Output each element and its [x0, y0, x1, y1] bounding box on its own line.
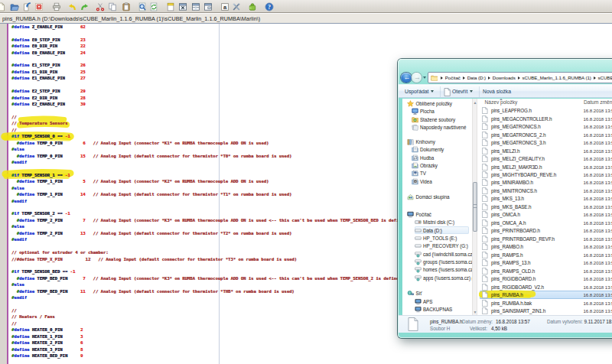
- file-icon: [482, 148, 488, 154]
- breadcrumb-item[interactable]: Počítač: [444, 75, 461, 80]
- file-tab[interactable]: pins_RUMBA.h (D:\Downloads\sCUBE_Marlin_…: [2, 15, 260, 22]
- sidebar-scrollbar[interactable]: ▲ ▼: [472, 99, 478, 316]
- sidebar-item[interactable]: Data (D:): [415, 226, 469, 234]
- sidebar-item[interactable]: Počítač: [407, 210, 431, 218]
- file-row[interactable]: pins_LEAPFROG.h16.8.2018 13:57: [480, 107, 612, 115]
- sidebar-item-label: BACKUPNAS: [423, 307, 452, 312]
- column-header-name[interactable]: Název položky: [485, 99, 518, 105]
- redo-icon[interactable]: [80, 2, 90, 11]
- file-row[interactable]: pins_MEGATRONICS_3.h16.8.2018 13:57: [480, 138, 612, 146]
- scroll-up-icon[interactable]: ▲: [473, 99, 477, 106]
- breadcrumb-item[interactable]: sCUBE_Marlin_1.1.6_RUMBA: [597, 75, 612, 80]
- file-row[interactable]: pins_PRINTRBOARD.h16.8.2018 13:57: [480, 227, 612, 235]
- open-folder-icon[interactable]: [10, 2, 19, 11]
- new-window-icon[interactable]: [203, 2, 213, 11]
- organize-button[interactable]: Uspořádat: [405, 89, 434, 94]
- breadcrumb-item[interactable]: Downloads: [492, 75, 516, 80]
- file-row[interactable]: pins_RAMPS_13.h16.8.2018 13:57: [480, 259, 612, 267]
- file-row[interactable]: pins_MIGHTYBOARD_REVE.h16.8.2018 13:57: [480, 171, 612, 178]
- paste-icon[interactable]: [122, 2, 131, 11]
- file-icon: [482, 164, 488, 171]
- plugin-icon[interactable]: [248, 2, 257, 11]
- sidebar-item[interactable]: Domácí skupina: [407, 193, 450, 200]
- sidebar-item[interactable]: cad (\\windchill.soma.cz): [415, 250, 472, 258]
- sidebar-item[interactable]: BACKUPNAS: [415, 305, 453, 313]
- editor-toolbar: a?: [0, 0, 612, 13]
- file-row[interactable]: pins_RAMBO.h16.8.2018 13:57: [480, 243, 612, 251]
- file-row[interactable]: pins_MEGACONTROLLER.h16.8.2018 13:57: [480, 115, 612, 122]
- new-note-icon[interactable]: [166, 2, 175, 11]
- help-icon[interactable]: ?: [265, 2, 274, 11]
- close-file-icon[interactable]: [34, 2, 44, 11]
- file-row[interactable]: pins_MEGATRONICS_2.h16.8.2018 13:57: [480, 131, 612, 138]
- column-header-date[interactable]: Datum změny: [584, 99, 612, 105]
- breadcrumb-item[interactable]: sCUBE_Marlin_1.1.6_RUMBA (1): [522, 75, 591, 80]
- file-row[interactable]: pins_MINITRONICS.h16.8.2018 13:57: [480, 187, 612, 194]
- settings-icon[interactable]: [232, 2, 241, 11]
- file-row[interactable]: pins_MKS_13.h16.8.2018 13:57: [480, 195, 612, 203]
- file-name: pins_RAMBO.h: [491, 244, 523, 249]
- sidebar-item[interactable]: HP_RECOVERY (G:): [415, 242, 468, 250]
- sidebar-item[interactable]: apps (\\users.soma.cz) (Z:): [415, 274, 472, 281]
- address-bar[interactable]: PočítačData (D:)DownloadssCUBE_Marlin_1.…: [428, 72, 612, 83]
- sidebar-item[interactable]: groups (\\users.soma.cz): [415, 258, 472, 265]
- sidebar-item[interactable]: Naposledy navštívené: [412, 123, 467, 131]
- sidebar-item[interactable]: Místní disk (C:): [415, 219, 455, 226]
- recent-pages-dropdown[interactable]: [423, 76, 426, 79]
- sidebar-item[interactable]: Stažené soubory: [412, 115, 456, 123]
- scroll-down-icon[interactable]: ▼: [473, 308, 477, 316]
- details-created-value: 9.11.2017 18:25: [584, 319, 612, 324]
- sidebar-item[interactable]: Videa: [412, 177, 432, 185]
- file-row[interactable]: pins_RIGIDBOARD.h16.8.2018 13:57: [480, 275, 612, 282]
- new-folder-button[interactable]: Nová složka: [483, 89, 511, 94]
- char-case-icon[interactable]: a: [220, 2, 230, 11]
- sidebar-item[interactable]: Hudba: [412, 154, 435, 161]
- split-window-icon[interactable]: [191, 2, 200, 11]
- file-row[interactable]: pins_MELZI_MAKR3D.h16.8.2018 13:57: [480, 163, 612, 171]
- cut-icon[interactable]: [96, 2, 105, 11]
- file-icon: [482, 252, 488, 258]
- file-row[interactable]: pins_MINIRAMBO.h16.8.2018 13:57: [480, 179, 612, 187]
- sidebar-item[interactable]: APS: [415, 297, 433, 305]
- file-row[interactable]: pins_OMCA.h16.8.2018 13:57: [480, 211, 612, 219]
- close-all-windows-icon[interactable]: [178, 2, 187, 11]
- scrollbar-thumb[interactable]: [473, 182, 477, 232]
- find-replace-icon[interactable]: [149, 2, 158, 11]
- print-icon[interactable]: [52, 2, 61, 11]
- forward-button[interactable]: →: [412, 73, 422, 83]
- back-button[interactable]: ←: [401, 73, 412, 83]
- sidebar-item[interactable]: Síť: [407, 290, 422, 297]
- find-icon[interactable]: [138, 2, 147, 11]
- sidebar-item[interactable]: HP_TOOLS (E:): [415, 234, 457, 242]
- file-name: pins_MELZI_MAKR3D.h: [491, 164, 542, 170]
- file-date: 16.8.2018 13:57: [584, 260, 612, 265]
- sidebar-item[interactable]: Oblíbené položky: [407, 99, 452, 107]
- file-icon: [482, 155, 488, 162]
- back-arrow-icon: ←: [403, 75, 410, 80]
- new-file-icon[interactable]: [0, 2, 5, 11]
- sidebar-item[interactable]: Plocha: [412, 108, 435, 115]
- undo-icon[interactable]: [67, 2, 76, 11]
- sidebar-item[interactable]: TV: [412, 170, 426, 177]
- file-row[interactable]: pins_SAINSMART_2IN1.h16.8.2018 13:57: [480, 307, 612, 314]
- file-row[interactable]: pins_RIGIDBOARD_V2.h16.8.2018 13:57: [480, 283, 612, 291]
- file-row[interactable]: pins_RUMBA.h16.8.2018 13:57: [480, 291, 612, 298]
- sidebar-item[interactable]: Obrázky: [412, 161, 438, 169]
- file-row[interactable]: pins_RAMPS.h16.8.2018 13:57: [480, 251, 612, 258]
- file-row[interactable]: pins_PRINTRBOARD_REVF.h16.8.2018 13:57: [480, 235, 612, 242]
- save-file-icon[interactable]: [22, 2, 31, 11]
- file-row[interactable]: pins_MEGATRONICS.h16.8.2018 13:57: [480, 123, 612, 131]
- open-button[interactable]: Otevřít: [452, 89, 473, 94]
- file-row[interactable]: pins_MELZI_CREALITY.h16.8.2018 13:57: [480, 154, 612, 162]
- sidebar-item[interactable]: Knihovny: [407, 138, 435, 145]
- copy-icon[interactable]: [108, 2, 117, 11]
- sidebar-item[interactable]: Dokumenty: [412, 146, 444, 154]
- file-row[interactable]: pins_RAMPS_OLD.h16.8.2018 13:57: [480, 267, 612, 275]
- file-row[interactable]: pins_MELZI.h16.8.2018 13:57: [480, 147, 612, 154]
- file-row[interactable]: pins_MKS_BASE.h16.8.2018 13:57: [480, 203, 612, 210]
- file-row[interactable]: pins_OMCA_A.h16.8.2018 13:57: [480, 219, 612, 226]
- sidebar-item[interactable]: homes (\\users.soma.cz): [415, 266, 472, 274]
- file-row[interactable]: pins_RUMBA.h.bak16.8.2018 13:57: [480, 299, 612, 307]
- file-icon: [482, 268, 488, 275]
- breadcrumb-item[interactable]: Data (D:): [467, 75, 486, 80]
